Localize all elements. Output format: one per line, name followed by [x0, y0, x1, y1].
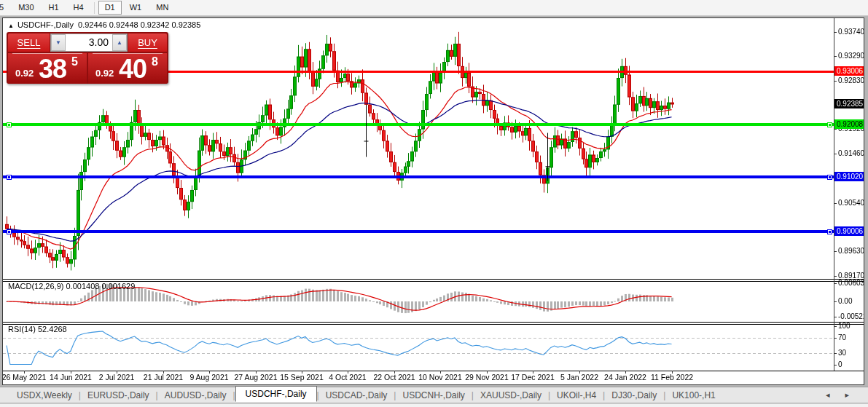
buy-price-sup: 8 [152, 55, 158, 68]
price-axis-marker: 0.93006 [834, 66, 864, 76]
timeframe-button-h1[interactable]: H1 [42, 1, 66, 15]
date-axis-label: 14 Jun 2021 [50, 373, 92, 382]
date-axis-label: 21 Jul 2021 [144, 373, 183, 382]
macd-values: 0.001408 0.001629 [66, 282, 135, 291]
price-axis-tick: 0.91460 [838, 149, 864, 158]
price-axis-tick: 0.89630 [838, 247, 864, 256]
price-axis-marker: 0.90006 [834, 226, 864, 236]
rsi-label: RSI(14) 52.4268 [8, 325, 67, 333]
date-axis-label: 2 Jul 2021 [99, 373, 134, 382]
date-axis-label: 4 Oct 2021 [329, 373, 366, 382]
date-axis-label: 11 Feb 2022 [651, 373, 693, 382]
timeframe-button-h4[interactable]: H4 [67, 1, 90, 15]
toolbar-separator [94, 2, 95, 14]
chart-tab-bar: USDX,Weekly|EURUSD-,Daily|AUDUSD-,Daily|… [0, 387, 868, 403]
tab-scroll-right-icon[interactable]: ▸ [845, 390, 849, 399]
sell-button[interactable]: SELL [8, 33, 50, 52]
date-axis-label: 29 Nov 2021 [465, 373, 509, 382]
sell-price-sup: 5 [71, 55, 78, 68]
macd-title: MACD(12,26,9) [8, 282, 63, 291]
rsi-axis-tick: 100 [838, 322, 864, 331]
macd-axis-tick: 0.00 [838, 297, 864, 306]
price-axis-marker: 0.92008 [834, 119, 864, 129]
sell-price-big: 38 [39, 54, 66, 84]
sell-price-box[interactable]: 0.92 38 5 [8, 53, 87, 84]
rsi-axis-tick: 70 [838, 333, 864, 342]
chart-tab-usdcnh-daily[interactable]: USDCNH-,Daily [396, 389, 471, 402]
status-bar-edge [0, 403, 868, 407]
timeframe-button-5[interactable]: 5 [0, 1, 10, 15]
price-axis-tick: 0.93290 [838, 52, 864, 60]
price-axis-tick: 0.93740 [838, 28, 864, 36]
date-axis-label: 27 Aug 2021 [235, 373, 278, 382]
price-axis-marker: 0.92385 [834, 99, 864, 108]
date-axis-label: 24 Jan 2022 [604, 373, 646, 382]
sell-price-prefix: 0.92 [15, 68, 34, 79]
chart-tab-usdx-weekly[interactable]: USDX,Weekly [10, 389, 79, 402]
one-click-trade-panel: SELL ▼ 3.00 ▲ BUY 0.92 38 5 0.92 40 8 [7, 32, 168, 84]
chart-tab-usdcad-daily[interactable]: USDCAD-,Daily [319, 389, 394, 402]
chart-window: ▲USDCHF-,Daily 0.92446 0.92448 0.92342 0… [2, 17, 864, 385]
chart-tab-dj30-daily[interactable]: DJ30-,Daily [605, 389, 663, 402]
timeframe-button-m30[interactable]: M30 [12, 1, 40, 15]
date-axis-label: 9 Aug 2021 [189, 373, 228, 382]
chart-header: ▲USDCHF-,Daily 0.92446 0.92448 0.92342 0… [8, 20, 200, 29]
price-axis-tick: 0.90540 [838, 199, 864, 208]
macd-label: MACD(12,26,9) 0.001408 0.001629 [8, 282, 135, 291]
volume-decrease-button[interactable]: ▼ [51, 34, 66, 51]
buy-price-prefix: 0.92 [95, 68, 114, 79]
collapse-panel-icon[interactable]: ▲ [8, 23, 14, 29]
date-axis-label: 10 Nov 2021 [418, 373, 462, 382]
timeframe-toolbar: 5M30H1H4D1W1MN [0, 0, 868, 16]
tab-scroll-arrows: ◂ ▸ [813, 390, 849, 400]
mt4-workspace: { "toolbar": { "timeframes": ["5", "M30"… [0, 0, 868, 407]
buy-price-box[interactable]: 0.92 40 8 [88, 53, 167, 84]
chart-tab-uk100-h1[interactable]: UK100-,H1 [665, 389, 722, 402]
date-axis-label: 15 Sep 2021 [280, 373, 324, 382]
date-axis-label: 5 Jan 2022 [560, 373, 598, 382]
volume-increase-button[interactable]: ▲ [112, 34, 127, 51]
rsi-axis-tick: 30 [838, 349, 864, 357]
timeframe-button-w1[interactable]: W1 [123, 1, 149, 15]
chart-ohlc-values: 0.92446 0.92448 0.92342 0.92385 [78, 20, 200, 29]
volume-input[interactable]: 3.00 [66, 34, 112, 51]
price-axis-marker: 0.91020 [834, 172, 864, 181]
rsi-axis-tick: 0 [838, 360, 864, 369]
price-axis-tick: 0.92830 [838, 76, 864, 85]
buy-button[interactable]: BUY [128, 33, 167, 52]
chart-tab-eurusd-daily[interactable]: EURUSD-,Daily [81, 389, 156, 402]
macd-axis-tick: 0.006038 [838, 279, 864, 288]
chart-symbol-title: USDCHF-,Daily [17, 20, 74, 29]
chart-tab-ukoil-h4[interactable]: UKOil-,H4 [550, 389, 603, 402]
macd-axis-tick: -0.00522 [838, 312, 864, 321]
date-axis-label: 22 Oct 2021 [373, 373, 415, 382]
buy-price-big: 40 [119, 54, 146, 84]
timeframe-button-mn[interactable]: MN [149, 1, 175, 15]
chart-tab-audusd-daily[interactable]: AUDUSD-,Daily [158, 389, 233, 402]
tab-scroll-left-icon[interactable]: ◂ [826, 390, 830, 399]
rsi-value: 52.4268 [38, 325, 67, 333]
chart-tab-usdchf-daily[interactable]: USDCHF-,Daily [235, 386, 317, 402]
volume-spinner: ▼ 3.00 ▲ [50, 33, 128, 52]
chart-tab-xauusd-daily[interactable]: XAUUSD-,Daily [474, 389, 548, 402]
date-axis-label: 26 May 2021 [2, 373, 46, 382]
date-axis-label: 17 Dec 2021 [511, 373, 555, 382]
timeframe-button-d1[interactable]: D1 [98, 1, 122, 15]
rsi-title: RSI(14) [8, 325, 36, 333]
